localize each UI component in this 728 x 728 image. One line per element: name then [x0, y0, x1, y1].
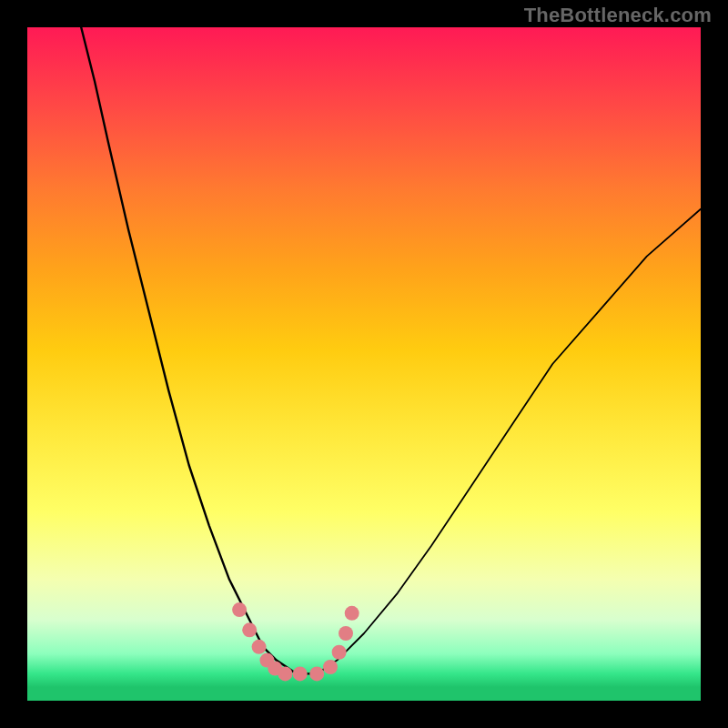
- valley-marker: [278, 666, 292, 681]
- valley-marker: [345, 606, 359, 621]
- curve-left-curve: [81, 27, 317, 673]
- marker-group: [232, 602, 359, 681]
- chart-plot-area: [27, 27, 701, 701]
- valley-marker: [339, 626, 353, 641]
- valley-marker: [323, 660, 338, 674]
- chart-frame: TheBottleneck.com: [0, 0, 728, 728]
- chart-svg: [27, 27, 701, 701]
- curve-group: [81, 27, 701, 673]
- valley-marker: [242, 622, 257, 637]
- curve-right-curve: [317, 209, 701, 674]
- valley-marker: [293, 666, 308, 681]
- valley-marker: [232, 602, 247, 617]
- valley-marker: [252, 640, 267, 654]
- valley-marker: [309, 666, 324, 681]
- watermark-text: TheBottleneck.com: [524, 4, 712, 27]
- valley-marker: [332, 645, 347, 660]
